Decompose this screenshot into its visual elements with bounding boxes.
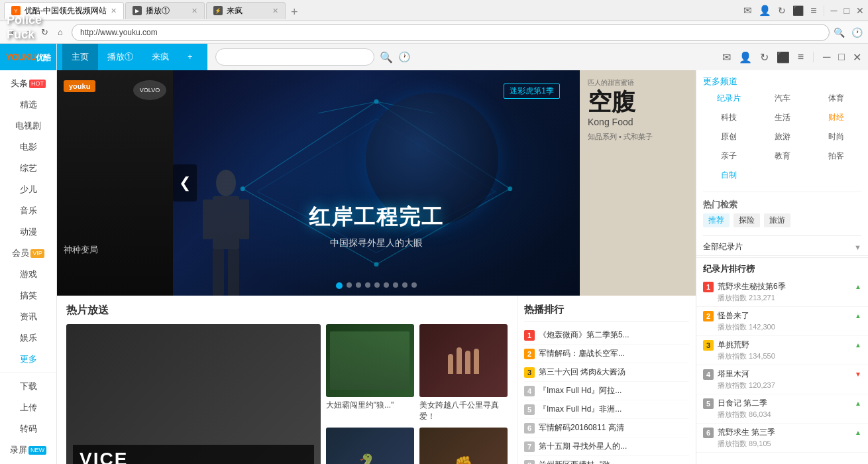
user-icon-yk[interactable]: 👤 <box>739 51 752 64</box>
hot-tag-tanxian[interactable]: 探险 <box>733 213 760 227</box>
dot-3[interactable] <box>356 282 361 288</box>
tab-close-bofang[interactable]: ✕ <box>191 7 197 15</box>
video-card-3[interactable]: 美女跨越八千公里寻真爱！ <box>419 324 508 422</box>
channel-keji[interactable]: 科技 <box>703 109 754 126</box>
history-clock-icon[interactable]: 🕐 <box>398 51 411 63</box>
minimize-btn-yk[interactable]: ─ <box>823 51 830 63</box>
nav-zhuye[interactable]: 主页 <box>62 44 98 70</box>
sidebar-item-luping[interactable]: 录屏 NEW <box>0 439 56 461</box>
sidebar-item-gengduo[interactable]: 更多 <box>0 349 56 370</box>
right-rank-item[interactable]: 3 第三十六回 烤肉&大酱汤 <box>524 363 689 382</box>
dot-4[interactable] <box>365 282 370 288</box>
dot-6[interactable] <box>384 282 389 288</box>
dot-5[interactable] <box>374 282 380 288</box>
maximize-button[interactable]: □ <box>844 5 849 16</box>
sidebar-item-shangchuan[interactable]: 上传 <box>0 397 56 418</box>
dot-2[interactable] <box>347 282 352 288</box>
menu-icon[interactable]: ≡ <box>810 5 816 17</box>
nav-add[interactable]: + <box>178 44 202 70</box>
menu-icon-yk[interactable]: ≡ <box>798 51 804 63</box>
sidebar-item-yule[interactable]: 娱乐 <box>0 327 56 349</box>
banner-center-area[interactable]: 红岸工程完工 中国探寻外星人的大眼 迷彩虎第1季 <box>173 70 580 296</box>
refresh-icon-yk[interactable]: ↻ <box>760 51 769 64</box>
history-icon[interactable]: 🕐 <box>851 27 863 38</box>
add-tab-button[interactable]: + <box>287 5 302 19</box>
minimize-button[interactable]: ─ <box>831 5 838 16</box>
right-rank-item[interactable]: 7 第十五期 寻找外星人的... <box>524 437 689 456</box>
right-rank-item[interactable]: 1 《炮轰微商》第二季第5... <box>524 326 689 345</box>
sidebar-item-youxi[interactable]: 游戏 <box>0 264 56 285</box>
rank-item[interactable]: 3 单挑荒野 ▲ 播放指数 134,550 <box>696 336 868 365</box>
address-input[interactable]: http://www.youku.com <box>72 24 830 41</box>
hero-banner[interactable]: 神种变局 youku VOLVO <box>57 70 696 296</box>
channel-zizhi[interactable]: 自制 <box>703 167 754 184</box>
sidebar-item-zongyi[interactable]: 综艺 <box>0 158 56 179</box>
sidebar-item-jingxuan[interactable]: 精选 <box>0 94 56 115</box>
more-channels-label[interactable]: 更多频道 <box>703 76 737 87</box>
dot-8[interactable] <box>402 282 407 288</box>
sidebar-item-yinyue[interactable]: 音乐 <box>0 200 56 221</box>
dropdown-row[interactable]: 全部纪录片 ▼ <box>696 239 868 256</box>
mail-icon[interactable]: ✉ <box>743 5 752 17</box>
channel-qiche[interactable]: 汽车 <box>757 90 808 107</box>
rank-item[interactable]: 1 荒野求生秘技第6季 ▲ 播放指数 213,271 <box>696 278 868 307</box>
rank-item[interactable]: 4 塔里木河 ▼ 播放指数 120,237 <box>696 365 868 394</box>
video-card-4[interactable]: 🐍 森林求生贝爷开吃绿锦蛇 <box>326 428 414 464</box>
channel-lvyou[interactable]: 旅游 <box>757 129 808 145</box>
dot-1[interactable] <box>336 282 343 289</box>
right-rank-item[interactable]: 6 军情解码20160811 高清 <box>524 419 689 437</box>
sidebar-item-zixun[interactable]: 资讯 <box>0 306 56 327</box>
channel-qinzi[interactable]: 亲子 <box>703 148 754 164</box>
channel-paikke[interactable]: 拍客 <box>810 148 861 164</box>
sidebar-item-xiazai[interactable]: 下载 <box>0 376 56 397</box>
sidebar-logo-area[interactable]: YOUKU优酷 <box>0 44 56 70</box>
video-card-2[interactable]: 大妞霸闯里约"狼..." <box>326 324 414 422</box>
sidebar-item-gaoxiao[interactable]: 搞笑 <box>0 285 56 306</box>
channel-caijing[interactable]: 财经 <box>810 109 861 126</box>
mail-icon-yk[interactable]: ✉ <box>722 51 731 64</box>
sidebar-item-dianshiju[interactable]: 电视剧 <box>0 115 56 137</box>
dot-7[interactable] <box>393 282 398 288</box>
hot-tag-tuijian[interactable]: 推荐 <box>703 213 730 227</box>
sidebar-item-zhuanma[interactable]: 转码 <box>0 418 56 439</box>
channel-yuanchuang[interactable]: 原创 <box>703 129 754 145</box>
right-rank-item[interactable]: 5 『Imax Full Hd』非洲... <box>524 400 689 419</box>
hot-tag-lvyou[interactable]: 旅游 <box>764 213 790 227</box>
nav-laifeng[interactable]: 来疯 <box>142 44 178 70</box>
sidebar-item-toutiao[interactable]: 头条 HOT <box>0 73 56 94</box>
close-btn-yk[interactable]: ✕ <box>853 51 861 64</box>
banner-prev-button[interactable]: ❮ <box>173 164 197 202</box>
sidebar-item-dianying[interactable]: 电影 <box>0 137 56 158</box>
channel-jiaoyu[interactable]: 教育 <box>757 148 808 164</box>
user-avatar[interactable]: 👤 <box>759 5 771 17</box>
right-rank-item[interactable]: 8 兰州新区西槽村--"敢... <box>524 456 689 464</box>
tab-close-youku[interactable]: ✕ <box>111 7 117 15</box>
home-button[interactable]: ⌂ <box>53 25 68 40</box>
right-rank-item[interactable]: 2 军情解码：鏖战长空军... <box>524 345 689 363</box>
search-box[interactable] <box>215 48 374 66</box>
rank-item[interactable]: 5 日食记 第二季 ▲ 播放指数 86,034 <box>696 394 868 424</box>
tab-laifeng[interactable]: ⚡ 来疯 ✕ <box>206 2 286 19</box>
extension-icon[interactable]: ⬛ <box>792 5 804 16</box>
maximize-btn-yk[interactable]: □ <box>838 51 845 63</box>
nav-bofang[interactable]: 播放① <box>98 44 142 70</box>
close-button[interactable]: ✕ <box>856 5 864 16</box>
ext-icon-yk[interactable]: ⬛ <box>777 51 790 64</box>
dot-9[interactable] <box>411 282 417 288</box>
tab-close-laifeng[interactable]: ✕ <box>272 7 278 15</box>
channel-shenghuo[interactable]: 生活 <box>757 109 808 126</box>
sidebar-item-dongman[interactable]: 动漫 <box>0 221 56 243</box>
search-submit-icon[interactable]: 🔍 <box>380 51 393 64</box>
rank-item[interactable]: 2 怪兽来了 ▲ 播放指数 142,300 <box>696 307 868 336</box>
video-card-1[interactable]: VICE PoliceFuck <box>66 324 321 464</box>
channel-shishang[interactable]: 时尚 <box>810 129 861 145</box>
channel-jilupian[interactable]: 纪录片 <box>703 90 754 107</box>
right-rank-item[interactable]: 4 『Imax Full Hd』阿拉... <box>524 382 689 400</box>
rank-item[interactable]: 6 荒野求生 第三季 ▲ 播放指数 89,105 <box>696 424 868 453</box>
sidebar-item-shaoe[interactable]: 少儿 <box>0 179 56 200</box>
search-icon[interactable]: 🔍 <box>834 27 845 38</box>
video-card-5[interactable]: ✊ 曝光印度公交轮奸案全过程 <box>419 428 508 464</box>
refresh-icon[interactable]: ↻ <box>778 5 786 16</box>
channel-tiyu[interactable]: 体育 <box>810 90 861 107</box>
tab-bofang[interactable]: ▶ 播放① ✕ <box>125 2 205 19</box>
